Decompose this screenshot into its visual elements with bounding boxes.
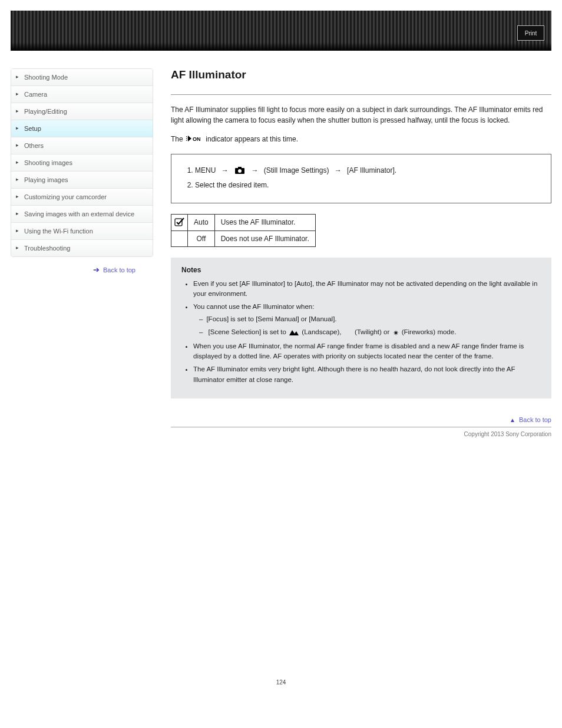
description-text: The AF Illuminator supplies fill light t… [171,104,551,126]
footer-back-text[interactable]: Back to top [519,416,551,423]
option-label: Off [188,230,215,246]
procedure-box: MENU → → (Still Image Settings) → [AF Il… [171,154,551,203]
note-item: Even if you set [AF Illuminator] to [Aut… [193,279,541,300]
af-on-icon: ON [186,134,203,146]
option-desc: Uses the AF Illuminator. [214,214,315,230]
nav-wifi[interactable]: Using the Wi-Fi function [11,223,153,240]
note-subitem: [Scene Selection] is set to (Landscape),… [199,327,541,339]
page-title: AF Illuminator [171,68,551,81]
nav-label: Customizing your camcorder [24,193,107,200]
option-desc: Does not use AF Illuminator. [214,230,315,246]
nav-label: Saving images with an external device [24,210,134,218]
footer-back-link[interactable]: ▲ Back to top [171,416,551,423]
page-number: 124 [11,679,551,686]
options-table: Auto Uses the AF Illuminator. Off Does n… [171,214,316,247]
nav-others[interactable]: Others [11,137,153,154]
note-subitem: [Focus] is set to [Semi Manual] or [Manu… [199,314,541,325]
check-cell [171,230,188,246]
fireworks-icon: ✷ [393,328,399,339]
note-sub-text: (Landscape), [302,328,343,335]
triangle-up-icon: ▲ [510,417,515,423]
nav-label: Playing images [24,176,68,183]
note-sub-text: (Twilight) or [355,328,392,335]
nav-setup[interactable]: Setup [11,120,153,137]
landscape-icon [289,328,299,339]
note-item: The AF Illuminator emits very bright lig… [193,364,541,386]
main-content: AF Illuminator The AF Illuminator suppli… [171,68,551,455]
table-row: Auto Uses the AF Illuminator. [171,214,316,230]
notes-box: Notes Even if you set [AF Illuminator] t… [171,258,551,398]
nav-label: Using the Wi-Fi function [24,228,93,235]
nav-camera[interactable]: Camera [11,86,153,103]
nav-shooting-images[interactable]: Shooting images [11,154,153,172]
copyright-text: Copyright 2013 Sony Corporation [171,431,551,437]
procedure-step-1: MENU → → (Still Image Settings) → [AF Il… [195,164,539,179]
nav-customizing-camcorder[interactable]: Customizing your camcorder [11,189,153,206]
footer-rule [171,427,551,427]
sidebar-back-link[interactable]: ➔ Back to top [11,265,153,274]
nav-label: Troubleshooting [24,245,70,252]
nav-label: Camera [24,91,47,98]
sidebar: Shooting Mode Camera Playing/Editing Set… [11,68,153,455]
step1-c: [AF Illuminator]. [347,166,396,174]
twilight-icon [345,328,352,339]
arrow-right-icon: ➔ [93,265,100,274]
step1-menu: MENU [195,166,216,174]
check-cell [171,214,188,230]
nav-shooting-mode[interactable]: Shooting Mode [11,69,153,86]
nav-label: Shooting images [24,159,72,166]
step1-b: (Still Image Settings) [264,166,331,174]
note-text: You cannot use the AF Illuminator when: [193,303,314,310]
title-separator [171,94,551,95]
nav-troubleshooting[interactable]: Troubleshooting [11,240,153,256]
nav-label: Setup [24,125,41,132]
sidebar-nav: Shooting Mode Camera Playing/Editing Set… [11,68,153,257]
check-icon [174,217,185,226]
nav-saving-external[interactable]: Saving images with an external device [11,206,153,223]
nav-label: Shooting Mode [24,74,68,81]
back-link-text[interactable]: Back to top [103,266,135,274]
note-item: When you use AF Illuminator, the normal … [193,341,541,363]
note-sub-text: (Fireworks) mode. [402,328,457,335]
table-row: Off Does not use AF Illuminator. [171,230,316,246]
procedure-step-2: Select the desired item. [195,179,539,192]
svg-point-3 [238,169,242,173]
note-item: You cannot use the AF Illuminator when: … [193,302,541,338]
nav-label: Others [24,142,44,149]
svg-text:ON: ON [193,136,201,142]
note-sub-text: [Scene Selection] is set to [209,328,289,335]
camera-icon [235,165,244,179]
notes-title: Notes [181,266,541,274]
arrow-icon: → [335,166,342,174]
svg-rect-2 [238,167,242,169]
indicator-text: The ON indicator appears at this time. [171,134,551,146]
print-button[interactable]: Print [517,25,544,41]
nav-playing-editing[interactable]: Playing/Editing [11,103,153,120]
arrow-icon: → [222,166,229,174]
nav-playing-images[interactable]: Playing images [11,172,153,189]
arrow-icon: → [251,166,258,174]
page-header: Print [11,11,551,51]
option-label: Auto [188,214,215,230]
nav-label: Playing/Editing [24,108,67,115]
